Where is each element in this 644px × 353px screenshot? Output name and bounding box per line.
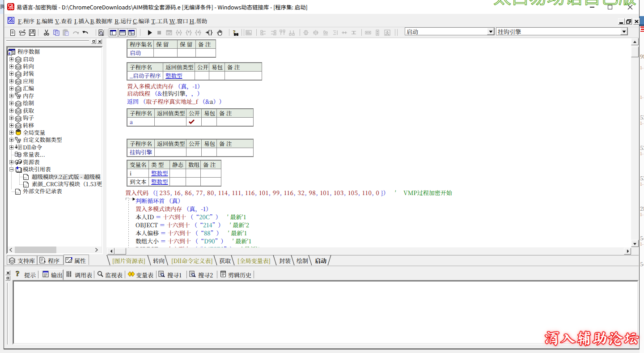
svg-text:e: e [8,49,10,55]
svg-text:?: ? [16,269,20,278]
svg-text:10: 10 [13,49,15,52]
